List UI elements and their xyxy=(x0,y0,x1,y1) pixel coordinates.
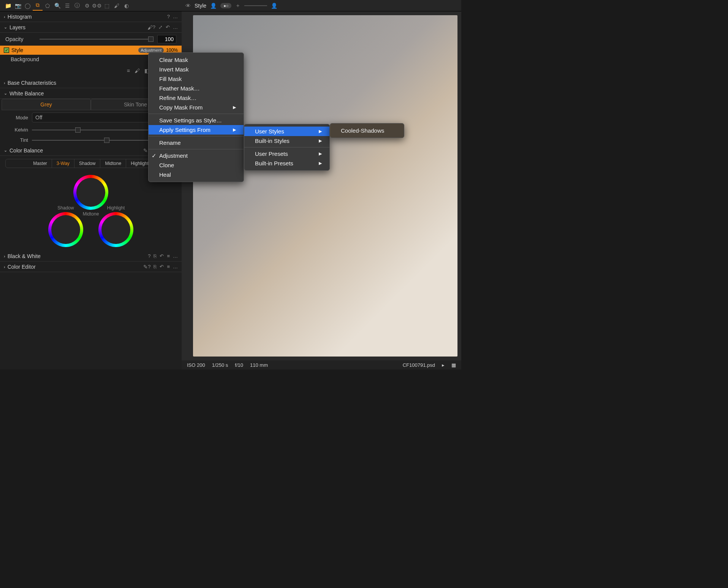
undo-icon[interactable]: ↶ xyxy=(166,24,170,30)
help-icon[interactable]: ? xyxy=(148,264,150,269)
prev-icon[interactable]: ▸ xyxy=(442,362,445,368)
layers-panel-header[interactable]: ⌄ Layers 🖌 ? ⤢ ↶ … xyxy=(0,22,182,33)
ce-panel-header[interactable]: › Color Editor ✎ ?⎘↶≡… xyxy=(0,262,182,272)
picker-icon[interactable]: ✎ xyxy=(143,264,148,270)
chevron-right-icon[interactable]: › xyxy=(4,254,5,258)
person-icon[interactable]: 👤 xyxy=(210,3,217,9)
basechar-title: Base Characteristics xyxy=(8,80,167,86)
style-cooled-shadows[interactable]: Cooled-Shadows xyxy=(330,126,404,135)
menu-rename[interactable]: Rename xyxy=(149,138,244,147)
left-toolbar: 📁 📷 ◯ ⧉ ⬠ 🔍 ☰ ⓘ ⚙ ⚙⚙ ⬚ 🖌 ◐ xyxy=(0,0,182,11)
add-icon[interactable]: ＋ xyxy=(235,2,241,9)
menu-refine-mask[interactable]: Refine Mask… xyxy=(149,93,244,103)
undo-icon[interactable]: ↶ xyxy=(160,253,164,259)
menu-fill-mask[interactable]: Fill Mask xyxy=(149,74,244,84)
grid-icon[interactable]: ▦ xyxy=(451,362,456,368)
cb-tab-shadow[interactable]: Shadow xyxy=(74,159,100,168)
overlap-circles-icon[interactable]: ⧉ xyxy=(33,1,43,11)
contrast-icon[interactable]: ◐ xyxy=(122,1,131,11)
histogram-panel-header[interactable]: › Histogram ? … xyxy=(0,11,182,22)
help-icon[interactable]: ? xyxy=(153,24,155,30)
cb-tab-midtone[interactable]: Midtone xyxy=(100,159,126,168)
chevron-right-icon[interactable]: › xyxy=(4,81,5,85)
help-icon[interactable]: ? xyxy=(167,14,170,19)
opacity-label: Opacity xyxy=(5,36,36,42)
opacity-value[interactable]: 100 xyxy=(157,35,176,43)
menu-feather-mask[interactable]: Feather Mask… xyxy=(149,84,244,93)
picker-icon[interactable]: ✎ xyxy=(143,147,148,154)
shadow-wheel-label: Shadow xyxy=(57,205,74,211)
sliders-icon[interactable]: ≡ xyxy=(127,68,130,74)
chevron-right-icon: ▶ xyxy=(307,151,322,156)
check-icon: ✓ xyxy=(152,152,157,159)
highlight-wheel[interactable] xyxy=(98,212,133,247)
stack-icon[interactable]: ≡ xyxy=(167,253,170,259)
status-aperture: f/10 xyxy=(235,362,243,368)
folder-icon[interactable]: 📁 xyxy=(3,1,13,11)
chevron-right-icon[interactable]: › xyxy=(4,265,5,269)
expand-icon[interactable]: ⤢ xyxy=(158,24,163,30)
submenu-user-presets[interactable]: User Presets▶ xyxy=(244,149,329,158)
zoom-slider[interactable] xyxy=(244,5,267,6)
opacity-row: Opacity 100 xyxy=(0,33,182,46)
copy-icon[interactable]: ⎘ xyxy=(154,253,157,259)
chevron-down-icon[interactable]: ⌄ xyxy=(4,91,7,96)
status-shutter: 1/250 s xyxy=(212,362,228,368)
menu-copy-mask-from[interactable]: Copy Mask From▶ xyxy=(149,103,244,112)
submenu-user-styles[interactable]: User Styles▶ xyxy=(244,127,329,136)
more-icon[interactable]: … xyxy=(173,24,178,30)
gear-icon[interactable]: ⚙ xyxy=(82,1,92,11)
kelvin-label: Kelvin xyxy=(5,127,28,133)
viewer-toolbar: 👁 Style 👤 ●○ ＋ 👤 xyxy=(182,0,461,11)
copy-icon[interactable]: ⎘ xyxy=(154,264,157,269)
cb-tab-master[interactable]: Master xyxy=(28,159,52,168)
gears-icon[interactable]: ⚙⚙ xyxy=(92,1,102,11)
midtone-wheel[interactable] xyxy=(73,175,108,210)
egg-icon[interactable]: ◯ xyxy=(23,1,33,11)
menu-adjustment[interactable]: ✓Adjustment xyxy=(149,151,244,160)
bw-panel-header[interactable]: › Black & White ?⎘↶≡… xyxy=(0,251,182,262)
chevron-down-icon[interactable]: ⌄ xyxy=(4,25,7,30)
highlight-wheel-label: Highlight xyxy=(107,205,125,211)
undo-icon[interactable]: ↶ xyxy=(160,264,164,269)
menu-invert-mask[interactable]: Invert Mask xyxy=(149,65,244,74)
menu-save-settings[interactable]: Save Settings as Style… xyxy=(149,116,244,125)
wb-tab-grey[interactable]: Grey xyxy=(2,99,91,110)
chevron-right-icon[interactable]: › xyxy=(4,14,5,19)
shadow-wheel[interactable] xyxy=(48,212,83,247)
brush-icon[interactable]: 🖌 xyxy=(135,68,140,74)
opacity-slider[interactable] xyxy=(40,39,154,40)
help-icon[interactable]: ? xyxy=(148,253,150,259)
loupe-icon[interactable]: 🔍 xyxy=(52,1,62,11)
stack-icon[interactable]: ≡ xyxy=(167,264,170,269)
camera-icon[interactable]: 📷 xyxy=(13,1,23,11)
zoom-toggle[interactable]: ●○ xyxy=(220,3,231,8)
more-icon[interactable]: … xyxy=(173,14,178,19)
submenu-builtin-styles[interactable]: Built-in Styles▶ xyxy=(244,136,329,146)
menu-heal[interactable]: Heal xyxy=(149,170,244,179)
more-icon[interactable]: … xyxy=(173,264,178,269)
checkbox-icon[interactable]: ✓ xyxy=(4,48,9,53)
menu-apply-settings[interactable]: Apply Settings From▶ xyxy=(149,125,244,135)
crop-icon[interactable]: ⬚ xyxy=(102,1,112,11)
eye-icon[interactable]: 👁 xyxy=(185,3,191,9)
chevron-down-icon[interactable]: ⌄ xyxy=(4,148,7,153)
layer-style-name: Style xyxy=(11,47,23,53)
pentagon-icon[interactable]: ⬠ xyxy=(43,1,52,11)
brush-icon[interactable]: 🖌 xyxy=(112,1,122,11)
menu-clear-mask[interactable]: Clear Mask xyxy=(149,55,244,65)
more-icon[interactable]: … xyxy=(173,253,178,259)
info-icon[interactable]: ⓘ xyxy=(72,1,82,11)
brush-small-icon[interactable]: 🖌 xyxy=(147,24,153,30)
user-styles-submenu: Cooled-Shadows xyxy=(330,123,404,138)
menu-clone[interactable]: Clone xyxy=(149,160,244,170)
submenu-builtin-presets[interactable]: Built-in Presets▶ xyxy=(244,158,329,168)
layer-pct: 100% xyxy=(166,48,178,53)
list-icon[interactable]: ☰ xyxy=(62,1,72,11)
chevron-right-icon: ▶ xyxy=(307,129,322,134)
cb-tab-3way[interactable]: 3-Way xyxy=(52,159,74,168)
layer-badge: Adjustment xyxy=(138,48,164,53)
person2-icon[interactable]: 👤 xyxy=(271,3,277,9)
histogram-title: Histogram xyxy=(8,14,167,20)
viewer-style-label: Style xyxy=(195,3,206,9)
